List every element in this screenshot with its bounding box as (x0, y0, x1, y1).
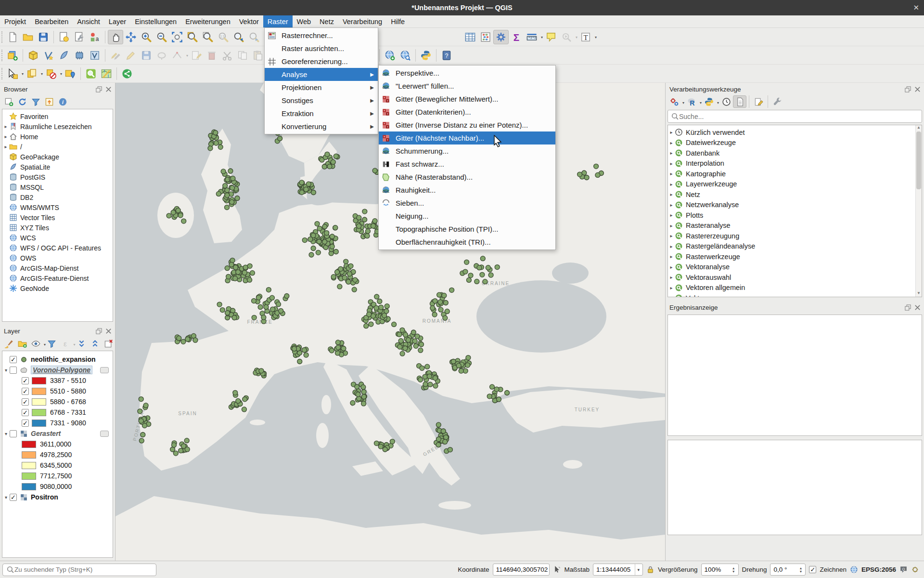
browser-item[interactable]: WMS/WMTS (2, 202, 113, 212)
browser-properties-button[interactable]: i (56, 95, 69, 108)
new-shapefile-button[interactable] (41, 48, 56, 63)
menu-verarbeitung[interactable]: Verarbeitung (338, 15, 386, 27)
new-scratch-layer-button[interactable] (87, 48, 103, 63)
legend-class[interactable]: 4978,2500 (2, 449, 113, 460)
menu-ansicht[interactable]: Ansicht (73, 15, 104, 27)
class-checkbox[interactable] (22, 398, 29, 406)
undock-panel-icon[interactable] (904, 304, 911, 311)
manage-map-themes-button[interactable]: ▾ (29, 337, 42, 350)
new-virtual-layer-button[interactable] (72, 48, 87, 63)
place-search-button[interactable] (83, 66, 99, 81)
collapse-all-button[interactable] (42, 95, 56, 108)
layer-checkbox[interactable] (10, 356, 17, 363)
vertex-tool-button[interactable]: ▾ (169, 48, 185, 63)
field-calculator-button[interactable] (478, 30, 493, 44)
filter-legend-button[interactable] (45, 337, 59, 350)
browser-item[interactable]: DB2 (2, 192, 113, 202)
edit-features-inplace-button[interactable] (752, 95, 765, 108)
current-edits-button[interactable] (108, 48, 123, 63)
legend-class[interactable]: 3387 - 5510 (2, 375, 113, 386)
layer-indicator-icon[interactable] (100, 431, 109, 437)
processing-group[interactable]: ▸Vektoranalyse (668, 262, 922, 273)
filter-browser-button[interactable] (29, 95, 42, 108)
history-button[interactable] (719, 95, 733, 108)
open-project-button[interactable] (20, 30, 36, 44)
layer-checkbox[interactable] (10, 494, 17, 501)
close-panel-icon[interactable] (914, 86, 921, 93)
zoom-in-button[interactable] (139, 30, 154, 44)
python-console-button[interactable] (418, 48, 434, 63)
processing-group[interactable]: ▸Kartographie (668, 169, 922, 179)
layer-item[interactable]: ▾Positron (2, 492, 113, 502)
cut-features-button[interactable] (219, 48, 235, 63)
processing-group[interactable]: ▸Layerwerkzeuge (668, 179, 922, 190)
resource-sharing-button[interactable] (119, 66, 135, 81)
class-checkbox[interactable] (22, 409, 29, 416)
help-contents-button[interactable]: ? (439, 48, 454, 63)
processing-search-input[interactable] (679, 113, 919, 120)
browser-item[interactable]: ▸Home (2, 131, 113, 142)
undock-panel-icon[interactable] (904, 86, 911, 93)
layer-checkbox[interactable] (10, 430, 17, 437)
lock-scale-icon[interactable] (646, 565, 654, 574)
class-checkbox[interactable] (22, 420, 29, 427)
browser-item[interactable]: MSSQL (2, 182, 113, 192)
browser-item[interactable]: OWS (2, 253, 113, 263)
processing-group[interactable]: ▸Rastererzeugung (668, 231, 922, 241)
analyse-submenu-item-8[interactable]: Nähe (Rasterabstand)... (379, 171, 555, 184)
data-source-manager-button[interactable] (5, 48, 20, 63)
processing-group[interactable]: ▸Dateiwerkzeuge (668, 138, 922, 148)
processing-group[interactable]: ▸Vektoren allgemein (668, 283, 922, 293)
tasks-icon[interactable] (911, 565, 919, 574)
add-web-service-button[interactable] (382, 48, 398, 63)
analyse-submenu-item-12[interactable]: Topographische Position (TPI)... (379, 223, 555, 236)
pan-to-selection-button[interactable] (123, 30, 139, 44)
select-features-button[interactable]: ▾ (5, 66, 20, 81)
analyse-submenu-item-7[interactable]: Fast schwarz... (379, 158, 555, 171)
menu-raster[interactable]: Raster (263, 15, 293, 27)
raster-menu-item-0[interactable]: Rasterrechner... (265, 29, 378, 42)
select-by-value-button[interactable] (63, 66, 78, 81)
legend-class[interactable]: 7331 - 9080 (2, 418, 113, 428)
new-spatialite-button[interactable] (56, 48, 72, 63)
legend-class[interactable]: 6768 - 7331 (2, 407, 113, 418)
browser-item[interactable]: GeoNode (2, 283, 113, 293)
legend-class[interactable]: 7712,7500 (2, 471, 113, 481)
raster-menu-item-7[interactable]: Konvertierung▶ (265, 120, 378, 133)
raster-menu-item-3[interactable]: Analyse▶ (265, 68, 378, 81)
legend-class[interactable]: 6345,5000 (2, 460, 113, 471)
legend-class[interactable]: 3611,0000 (2, 439, 113, 449)
menu-netz[interactable]: Netz (315, 15, 338, 27)
menu-einstellungen[interactable]: Einstellungen (130, 15, 181, 27)
scale-combo[interactable]: 1:13444005 ▾ (593, 564, 643, 576)
menu-projekt[interactable]: Projekt (0, 15, 30, 27)
legend-class[interactable]: 9080,0000 (2, 481, 113, 492)
browser-item[interactable]: ArcGIS-Feature-Dienst (2, 273, 113, 283)
processing-group[interactable]: ▸Rasteranalyse (668, 221, 922, 231)
processing-group[interactable]: ▸Netzwerkanalyse (668, 200, 922, 210)
pan-map-button[interactable] (108, 30, 123, 44)
menu-vektor[interactable]: Vektor (235, 15, 263, 27)
filter-expression-button[interactable]: ε▾ (59, 337, 72, 350)
processing-group[interactable]: ▸Rasterwerkzeuge (668, 251, 922, 262)
deselect-features-button[interactable]: ▾ (43, 66, 59, 81)
menu-bearbeiten[interactable]: Bearbeiten (30, 15, 73, 27)
run-feature-action-button[interactable]: ▾ (559, 30, 574, 44)
rotation-spin[interactable]: 0,0 ° ▲▼ (770, 564, 806, 576)
menu-layer[interactable]: Layer (104, 15, 130, 27)
magnifier-spin[interactable]: 100% ▲▼ (701, 564, 739, 576)
analyse-submenu-item-2[interactable]: Gitter (Beweglicher Mittelwert)... (379, 92, 555, 105)
refresh-browser-button[interactable] (15, 95, 29, 108)
processing-group[interactable]: ▸Datenbank (668, 148, 922, 158)
new-geopackage-button[interactable] (26, 48, 41, 63)
render-checkbox[interactable] (809, 566, 816, 573)
browser-item[interactable]: PostGIS (2, 172, 113, 182)
zoom-to-selection-button[interactable] (185, 30, 200, 44)
messages-icon[interactable]: Q (899, 565, 908, 574)
collapse-all-layers-button[interactable] (88, 337, 102, 350)
layer-indicator-icon[interactable] (100, 367, 109, 373)
locator-input[interactable] (14, 566, 153, 573)
processing-group[interactable]: ▸Kürzlich verwendet (668, 127, 922, 138)
close-window-button[interactable]: ✕ (913, 3, 919, 12)
browser-item[interactable]: Vector Tiles (2, 212, 113, 223)
